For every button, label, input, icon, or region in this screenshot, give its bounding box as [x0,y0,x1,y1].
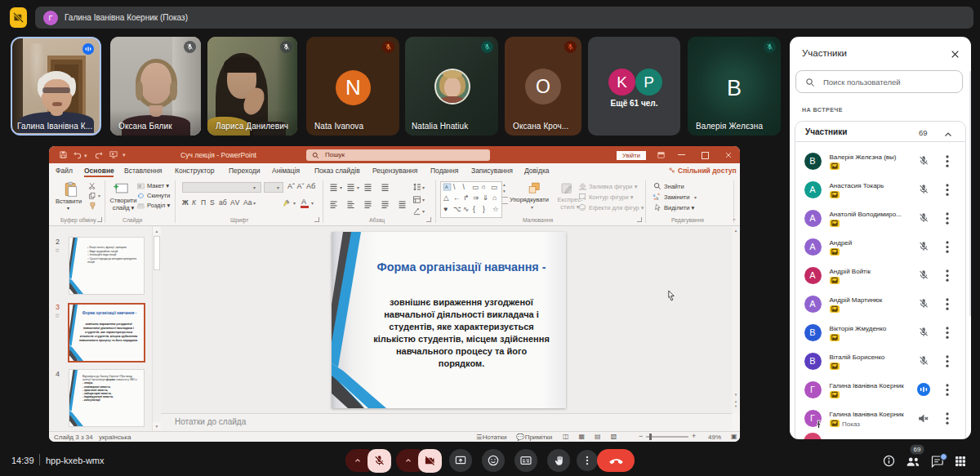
svg-text:b: b [657,196,659,201]
svg-text:А: А [445,185,448,189]
svg-text:a: a [653,193,656,198]
